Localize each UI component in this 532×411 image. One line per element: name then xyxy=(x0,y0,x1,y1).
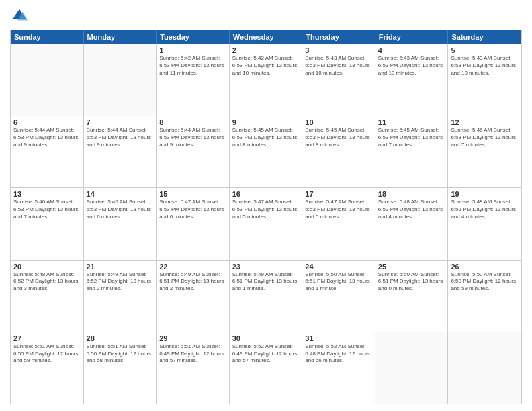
day-info: Sunrise: 5:44 AM Sunset: 6:53 PM Dayligh… xyxy=(13,127,81,148)
day-cell-8: 8Sunrise: 5:44 AM Sunset: 6:53 PM Daylig… xyxy=(157,116,230,187)
header-day-tuesday: Tuesday xyxy=(157,30,230,44)
calendar-row-3: 13Sunrise: 5:46 AM Sunset: 6:53 PM Dayli… xyxy=(11,187,521,259)
day-cell-1: 1Sunrise: 5:42 AM Sunset: 6:53 PM Daylig… xyxy=(157,44,230,116)
day-cell-19: 19Sunrise: 5:48 AM Sunset: 6:52 PM Dayli… xyxy=(448,188,521,259)
day-cell-7: 7Sunrise: 5:44 AM Sunset: 6:53 PM Daylig… xyxy=(84,116,157,187)
day-info: Sunrise: 5:51 AM Sunset: 6:50 PM Dayligh… xyxy=(13,343,81,365)
calendar-body: 1Sunrise: 5:42 AM Sunset: 6:53 PM Daylig… xyxy=(11,44,521,404)
day-number: 1 xyxy=(159,46,226,54)
day-cell-17: 17Sunrise: 5:47 AM Sunset: 6:53 PM Dayli… xyxy=(302,188,375,259)
day-cell-11: 11Sunrise: 5:45 AM Sunset: 6:53 PM Dayli… xyxy=(375,116,449,187)
day-info: Sunrise: 5:49 AM Sunset: 6:51 PM Dayligh… xyxy=(232,271,300,293)
day-cell-15: 15Sunrise: 5:47 AM Sunset: 6:53 PM Dayli… xyxy=(157,188,230,259)
day-number: 29 xyxy=(159,334,226,342)
day-number: 2 xyxy=(232,46,300,54)
day-number: 25 xyxy=(378,263,445,271)
header-day-monday: Monday xyxy=(84,30,157,44)
day-number: 26 xyxy=(451,263,519,271)
day-cell-18: 18Sunrise: 5:48 AM Sunset: 6:52 PM Dayli… xyxy=(375,188,449,259)
page: SundayMondayTuesdayWednesdayThursdayFrid… xyxy=(0,0,532,411)
day-info: Sunrise: 5:43 AM Sunset: 6:53 PM Dayligh… xyxy=(378,55,445,77)
day-cell-empty-0-0 xyxy=(11,44,84,116)
day-number: 21 xyxy=(87,263,154,271)
day-number: 4 xyxy=(378,46,445,54)
day-info: Sunrise: 5:51 AM Sunset: 6:50 PM Dayligh… xyxy=(87,343,154,365)
calendar-header: SundayMondayTuesdayWednesdayThursdayFrid… xyxy=(11,30,521,44)
day-cell-31: 31Sunrise: 5:52 AM Sunset: 6:48 PM Dayli… xyxy=(302,332,375,404)
day-info: Sunrise: 5:45 AM Sunset: 6:53 PM Dayligh… xyxy=(378,127,445,148)
day-info: Sunrise: 5:48 AM Sunset: 6:52 PM Dayligh… xyxy=(378,199,445,220)
day-cell-2: 2Sunrise: 5:42 AM Sunset: 6:53 PM Daylig… xyxy=(230,44,303,116)
day-info: Sunrise: 5:46 AM Sunset: 6:53 PM Dayligh… xyxy=(13,199,81,220)
day-info: Sunrise: 5:49 AM Sunset: 6:51 PM Dayligh… xyxy=(159,271,226,293)
day-info: Sunrise: 5:46 AM Sunset: 6:53 PM Dayligh… xyxy=(451,127,519,148)
day-cell-20: 20Sunrise: 5:48 AM Sunset: 6:52 PM Dayli… xyxy=(11,261,84,332)
day-info: Sunrise: 5:45 AM Sunset: 6:53 PM Dayligh… xyxy=(305,127,372,148)
day-cell-5: 5Sunrise: 5:43 AM Sunset: 6:53 PM Daylig… xyxy=(448,44,521,116)
day-cell-3: 3Sunrise: 5:43 AM Sunset: 6:53 PM Daylig… xyxy=(302,44,375,116)
day-cell-22: 22Sunrise: 5:49 AM Sunset: 6:51 PM Dayli… xyxy=(157,261,230,332)
day-number: 14 xyxy=(87,190,154,198)
day-number: 7 xyxy=(87,118,154,126)
day-info: Sunrise: 5:46 AM Sunset: 6:53 PM Dayligh… xyxy=(87,199,154,220)
day-cell-empty-4-6 xyxy=(448,332,521,404)
day-info: Sunrise: 5:50 AM Sunset: 6:50 PM Dayligh… xyxy=(451,271,519,293)
day-number: 3 xyxy=(305,46,372,54)
day-info: Sunrise: 5:48 AM Sunset: 6:52 PM Dayligh… xyxy=(451,199,519,220)
day-info: Sunrise: 5:50 AM Sunset: 6:51 PM Dayligh… xyxy=(305,271,372,293)
day-cell-29: 29Sunrise: 5:51 AM Sunset: 6:49 PM Dayli… xyxy=(157,332,230,404)
day-info: Sunrise: 5:44 AM Sunset: 6:53 PM Dayligh… xyxy=(159,127,226,148)
day-cell-30: 30Sunrise: 5:52 AM Sunset: 6:49 PM Dayli… xyxy=(230,332,303,404)
day-cell-24: 24Sunrise: 5:50 AM Sunset: 6:51 PM Dayli… xyxy=(302,261,375,332)
day-info: Sunrise: 5:43 AM Sunset: 6:53 PM Dayligh… xyxy=(305,55,372,77)
calendar: SundayMondayTuesdayWednesdayThursdayFrid… xyxy=(10,30,522,404)
day-info: Sunrise: 5:49 AM Sunset: 6:52 PM Dayligh… xyxy=(87,271,154,293)
day-info: Sunrise: 5:47 AM Sunset: 6:53 PM Dayligh… xyxy=(305,199,372,220)
day-number: 19 xyxy=(451,190,519,198)
header-day-friday: Friday xyxy=(375,30,449,44)
day-cell-6: 6Sunrise: 5:44 AM Sunset: 6:53 PM Daylig… xyxy=(11,116,84,187)
calendar-row-5: 27Sunrise: 5:51 AM Sunset: 6:50 PM Dayli… xyxy=(11,332,521,404)
day-number: 5 xyxy=(451,46,519,54)
calendar-row-1: 1Sunrise: 5:42 AM Sunset: 6:53 PM Daylig… xyxy=(11,44,521,116)
day-info: Sunrise: 5:42 AM Sunset: 6:53 PM Dayligh… xyxy=(232,55,300,77)
day-number: 17 xyxy=(305,190,372,198)
day-number: 9 xyxy=(232,118,300,126)
day-info: Sunrise: 5:50 AM Sunset: 6:51 PM Dayligh… xyxy=(378,271,445,293)
day-info: Sunrise: 5:48 AM Sunset: 6:52 PM Dayligh… xyxy=(13,271,81,293)
calendar-row-2: 6Sunrise: 5:44 AM Sunset: 6:53 PM Daylig… xyxy=(11,116,521,187)
day-cell-14: 14Sunrise: 5:46 AM Sunset: 6:53 PM Dayli… xyxy=(84,188,157,259)
day-cell-28: 28Sunrise: 5:51 AM Sunset: 6:50 PM Dayli… xyxy=(84,332,157,404)
day-number: 30 xyxy=(232,334,300,342)
day-number: 23 xyxy=(232,263,300,271)
day-info: Sunrise: 5:47 AM Sunset: 6:53 PM Dayligh… xyxy=(159,199,226,220)
day-cell-4: 4Sunrise: 5:43 AM Sunset: 6:53 PM Daylig… xyxy=(375,44,449,116)
day-number: 16 xyxy=(232,190,300,198)
day-number: 27 xyxy=(13,334,81,342)
day-cell-10: 10Sunrise: 5:45 AM Sunset: 6:53 PM Dayli… xyxy=(302,116,375,187)
day-number: 24 xyxy=(305,263,372,271)
day-cell-12: 12Sunrise: 5:46 AM Sunset: 6:53 PM Dayli… xyxy=(448,116,521,187)
header-day-thursday: Thursday xyxy=(302,30,375,44)
day-cell-empty-0-1 xyxy=(84,44,157,116)
day-info: Sunrise: 5:44 AM Sunset: 6:53 PM Dayligh… xyxy=(87,127,154,148)
day-cell-13: 13Sunrise: 5:46 AM Sunset: 6:53 PM Dayli… xyxy=(11,188,84,259)
day-info: Sunrise: 5:52 AM Sunset: 6:48 PM Dayligh… xyxy=(305,343,372,365)
day-info: Sunrise: 5:47 AM Sunset: 6:53 PM Dayligh… xyxy=(232,199,300,220)
day-number: 18 xyxy=(378,190,445,198)
day-cell-empty-4-5 xyxy=(375,332,449,404)
day-number: 10 xyxy=(305,118,372,126)
day-number: 8 xyxy=(159,118,226,126)
logo xyxy=(10,7,32,26)
day-cell-25: 25Sunrise: 5:50 AM Sunset: 6:51 PM Dayli… xyxy=(375,261,449,332)
day-info: Sunrise: 5:42 AM Sunset: 6:53 PM Dayligh… xyxy=(159,55,226,77)
day-number: 11 xyxy=(378,118,445,126)
logo-icon xyxy=(10,7,29,26)
day-number: 12 xyxy=(451,118,519,126)
day-number: 28 xyxy=(87,334,154,342)
header xyxy=(10,7,522,26)
day-info: Sunrise: 5:52 AM Sunset: 6:49 PM Dayligh… xyxy=(232,343,300,365)
day-info: Sunrise: 5:51 AM Sunset: 6:49 PM Dayligh… xyxy=(159,343,226,365)
day-cell-26: 26Sunrise: 5:50 AM Sunset: 6:50 PM Dayli… xyxy=(448,261,521,332)
day-number: 13 xyxy=(13,190,81,198)
